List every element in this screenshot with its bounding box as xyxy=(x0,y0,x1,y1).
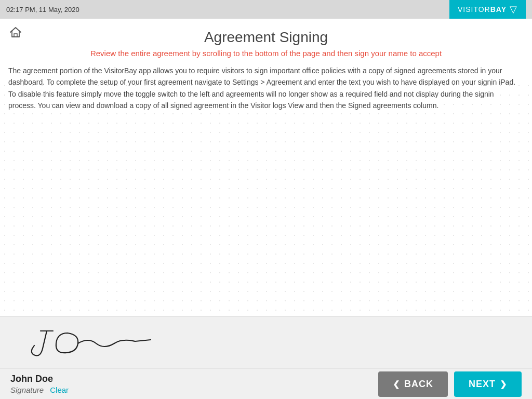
next-label: NEXT xyxy=(469,379,496,390)
header-bar: 02:17 PM, 11 May, 2020 VISITORBAY ▽ xyxy=(0,0,532,19)
signature-drawing xyxy=(10,322,177,363)
svg-rect-0 xyxy=(14,34,17,37)
back-label: BACK xyxy=(404,379,433,390)
signer-label-row: Signature Clear xyxy=(10,385,69,394)
header-time: 02:17 PM, 11 May, 2020 xyxy=(6,6,79,14)
signature-canvas[interactable] xyxy=(0,316,532,368)
home-icon[interactable] xyxy=(8,25,23,39)
logo-text: VISITORBAY xyxy=(458,5,507,14)
signature-label: Signature xyxy=(10,385,44,394)
main-content: Agreement Signing Review the entire agre… xyxy=(0,19,532,316)
agreement-text: The agreement portion of the VisitorBay … xyxy=(8,65,517,112)
nav-buttons: ❮ BACK NEXT ❯ xyxy=(378,371,522,397)
next-button[interactable]: NEXT ❯ xyxy=(454,371,522,397)
home-icon-container[interactable] xyxy=(8,25,23,42)
next-arrow-icon: ❯ xyxy=(500,379,507,389)
header-logo: VISITORBAY ▽ xyxy=(449,0,526,19)
logo-icon: ▽ xyxy=(510,4,517,15)
signer-info: John Doe Signature Clear xyxy=(10,374,69,394)
clear-button[interactable]: Clear xyxy=(50,385,69,394)
back-arrow-icon: ❮ xyxy=(393,379,400,389)
page-title: Agreement Signing xyxy=(8,25,524,46)
signature-area: John Doe Signature Clear ❮ BACK NEXT ❯ xyxy=(0,316,532,399)
logo-bold: BAY xyxy=(490,5,507,14)
signature-footer: John Doe Signature Clear ❮ BACK NEXT ❯ xyxy=(0,368,532,399)
subtitle: Review the entire agreement by scrolling… xyxy=(8,49,524,58)
signer-name: John Doe xyxy=(10,374,69,384)
back-button[interactable]: ❮ BACK xyxy=(378,371,448,397)
